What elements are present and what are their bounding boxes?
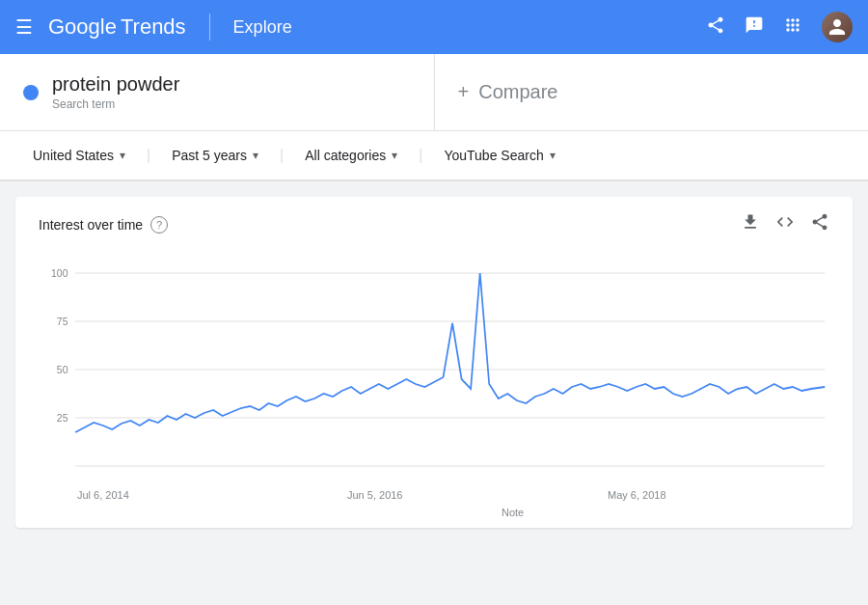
search-type-filter-arrow: ▾ (550, 149, 556, 162)
time-filter[interactable]: Past 5 years ▾ (162, 142, 268, 169)
category-filter[interactable]: All categories ▾ (295, 142, 407, 169)
location-filter-label: United States (33, 148, 114, 163)
svg-text:25: 25 (57, 412, 68, 424)
chart-actions (741, 212, 829, 236)
app-logo: Google Trends (48, 14, 186, 40)
category-filter-arrow: ▾ (392, 149, 397, 162)
filters-bar: United States ▾ | Past 5 years ▾ | All c… (0, 131, 868, 181)
header-icons (706, 12, 853, 42)
chart-container: 100 75 50 25 (39, 244, 829, 518)
logo-trends-text: Trends (121, 14, 186, 40)
trend-chart-svg: 100 75 50 25 (39, 244, 829, 514)
search-type-filter-label: YouTube Search (444, 148, 543, 163)
search-area: protein powder Search term + Compare (0, 54, 868, 131)
search-term-text: protein powder Search term (52, 73, 179, 111)
apps-icon[interactable] (783, 15, 802, 40)
svg-text:75: 75 (57, 316, 68, 327)
chart-download-icon[interactable] (741, 212, 760, 236)
explore-label: Explore (233, 17, 292, 38)
chart-embed-icon[interactable] (775, 212, 795, 236)
app-header: ☰ Google Trends Explore (0, 0, 868, 54)
chart-help-icon[interactable]: ? (150, 216, 168, 234)
compare-label: Compare (478, 81, 557, 103)
user-avatar[interactable] (822, 12, 853, 42)
time-filter-label: Past 5 years (172, 148, 247, 163)
chart-title: Interest over time (39, 217, 143, 233)
filter-sep-1: | (147, 147, 150, 164)
chart-share-icon[interactable] (810, 212, 829, 236)
chart-section: Interest over time ? 100 75 50 25 (15, 197, 853, 528)
filter-sep-2: | (280, 147, 284, 164)
chart-note-label: Note (502, 507, 524, 518)
search-term-name: protein powder (52, 73, 179, 96)
search-dot (23, 85, 39, 100)
search-term-label: Search term (52, 97, 179, 111)
category-filter-label: All categories (305, 148, 386, 163)
chart-header: Interest over time ? (39, 212, 829, 236)
compare-box[interactable]: + Compare (435, 54, 869, 130)
time-filter-arrow: ▾ (253, 149, 258, 162)
share-header-icon[interactable] (706, 15, 725, 40)
compare-plus-icon: + (458, 81, 470, 103)
search-term-box: protein powder Search term (0, 54, 435, 130)
search-type-filter[interactable]: YouTube Search ▾ (434, 142, 564, 169)
svg-text:50: 50 (57, 364, 68, 375)
filter-sep-3: | (419, 147, 422, 164)
feedback-icon[interactable] (745, 15, 764, 40)
header-divider (209, 14, 210, 41)
svg-text:100: 100 (51, 267, 68, 279)
chart-title-area: Interest over time ? (39, 216, 168, 234)
location-filter[interactable]: United States ▾ (23, 142, 135, 169)
menu-icon[interactable]: ☰ (15, 15, 33, 39)
logo-google-text: Google (48, 14, 117, 40)
location-filter-arrow: ▾ (120, 149, 125, 162)
